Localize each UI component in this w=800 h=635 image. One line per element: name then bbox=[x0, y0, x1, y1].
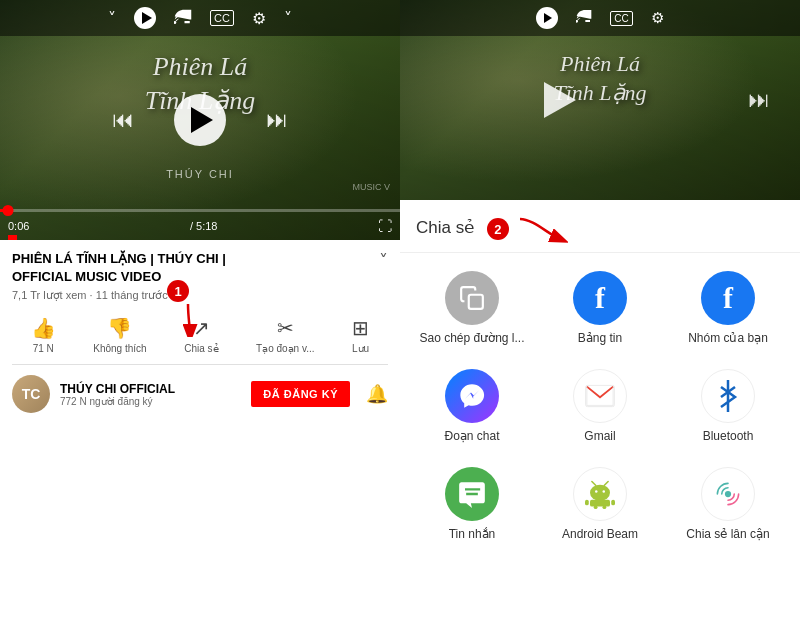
right-play-triangle bbox=[544, 82, 576, 118]
channel-name: THÚY CHI OFFICIAL bbox=[60, 382, 241, 396]
clip-label: Tạo đoạn v... bbox=[256, 343, 315, 354]
copy-link-icon bbox=[445, 271, 499, 325]
save-label: Lưu bbox=[352, 343, 369, 354]
info-area: PHIÊN LÁ TĨNH LẶNG | THÚY CHI | OFFICIAL… bbox=[0, 240, 400, 635]
svg-rect-0 bbox=[185, 21, 190, 23]
svg-point-11 bbox=[603, 490, 606, 493]
svg-line-13 bbox=[604, 482, 608, 486]
settings-icon[interactable]: ⚙ bbox=[252, 9, 266, 28]
channel-row: TC THÚY CHI OFFICIAL 772 N người đăng ký… bbox=[12, 365, 388, 413]
bell-icon[interactable]: 🔔 bbox=[366, 383, 388, 405]
sms-icon bbox=[445, 467, 499, 521]
dislike-button[interactable]: 👎 Không thích bbox=[93, 316, 146, 354]
nearby-label: Chia sẻ lân cận bbox=[686, 527, 769, 541]
share-label: Chia sẻ bbox=[184, 343, 218, 354]
subscribe-button[interactable]: ĐÃ ĐĂNG KÝ bbox=[251, 381, 350, 407]
bluetooth-label: Bluetooth bbox=[703, 429, 754, 443]
channel-subs: 772 N người đăng ký bbox=[60, 396, 241, 407]
share-sheet: Chia sẻ 2 S bbox=[400, 200, 800, 635]
video-title: PHIÊN LÁ TĨNH LẶNG | THÚY CHI | OFFICIAL… bbox=[12, 250, 371, 286]
svg-rect-16 bbox=[611, 500, 615, 506]
title-row: PHIÊN LÁ TĨNH LẶNG | THÚY CHI | OFFICIAL… bbox=[12, 250, 388, 286]
nearby-icon bbox=[701, 467, 755, 521]
share-button[interactable]: ↗ Chia sẻ bbox=[184, 316, 218, 354]
right-panel: CC ⚙ Phiên Lá Tĩnh Lặng ⏭ Chia sẻ 2 bbox=[400, 0, 800, 635]
svg-rect-14 bbox=[590, 500, 610, 507]
right-top-controls: CC ⚙ bbox=[400, 0, 800, 36]
facebook-label: Bảng tin bbox=[578, 331, 622, 345]
right-cast-icon[interactable] bbox=[576, 9, 592, 27]
video-player[interactable]: ˅ CC ⚙ ˅ Phiên Lá Tĩnh Lặng THÚY CHI MUS… bbox=[0, 0, 400, 240]
share-item-messenger[interactable]: Đoạn chat bbox=[408, 361, 536, 451]
annotation-2-arrow bbox=[518, 214, 568, 244]
svg-point-4 bbox=[576, 20, 578, 23]
total-time: / 5:18 bbox=[190, 220, 218, 232]
expand-icon[interactable]: ˅ bbox=[371, 250, 388, 272]
like-label: 71 N bbox=[33, 343, 54, 354]
fb-group-icon: f bbox=[701, 271, 755, 325]
svg-rect-18 bbox=[603, 505, 607, 509]
save-button[interactable]: ⊞ Lưu bbox=[352, 316, 369, 354]
fb-group-label: Nhóm của bạn bbox=[688, 331, 768, 345]
time-controls: 0:06 / 5:18 ⛶ bbox=[0, 218, 400, 234]
messenger-label: Đoạn chat bbox=[444, 429, 499, 443]
share-grid: Sao chép đường l... f Bảng tin f Nhóm củ… bbox=[400, 253, 800, 559]
prev-button[interactable]: ⏮ bbox=[112, 107, 134, 133]
artist-overlay-label: THÚY CHI bbox=[166, 168, 234, 180]
more-icon[interactable]: ˅ bbox=[284, 9, 292, 28]
like-button[interactable]: 👍 71 N bbox=[31, 316, 56, 354]
current-time: 0:06 bbox=[8, 220, 29, 232]
play-triangle-icon bbox=[191, 107, 213, 133]
right-overlay-title: Phiên Lá Tĩnh Lặng bbox=[400, 50, 800, 107]
svg-rect-17 bbox=[594, 505, 598, 509]
share-icon: ↗ bbox=[193, 316, 210, 340]
svg-point-19 bbox=[725, 491, 731, 497]
top-controls-bar: ˅ CC ⚙ ˅ bbox=[0, 0, 400, 36]
play-toggle-icon[interactable] bbox=[134, 7, 156, 29]
fullscreen-button[interactable]: ⛶ bbox=[378, 218, 392, 234]
share-item-fb-group[interactable]: f Nhóm của bạn bbox=[664, 263, 792, 353]
share-header: Chia sẻ 2 bbox=[400, 200, 800, 253]
clip-button[interactable]: ✂ Tạo đoạn v... bbox=[256, 316, 315, 354]
right-next-icon[interactable]: ⏭ bbox=[748, 87, 770, 113]
video-meta: 7,1 Tr lượt xem · 11 tháng trước bbox=[12, 289, 388, 302]
dislike-icon: 👎 bbox=[107, 316, 132, 340]
svg-rect-15 bbox=[585, 500, 589, 506]
cc-icon[interactable]: CC bbox=[210, 10, 234, 26]
channel-avatar[interactable]: TC bbox=[12, 375, 50, 413]
android-beam-icon bbox=[573, 467, 627, 521]
next-button[interactable]: ⏭ bbox=[266, 107, 288, 133]
svg-rect-6 bbox=[469, 295, 483, 309]
play-controls: ⏮ ⏭ bbox=[112, 94, 288, 146]
play-button[interactable] bbox=[174, 94, 226, 146]
right-cc-icon[interactable]: CC bbox=[610, 11, 632, 26]
svg-rect-3 bbox=[586, 20, 591, 22]
share-item-gmail[interactable]: Gmail bbox=[536, 361, 664, 451]
progress-dot bbox=[3, 205, 14, 216]
android-beam-label: Android Beam bbox=[562, 527, 638, 541]
share-item-android-beam[interactable]: Android Beam bbox=[536, 459, 664, 549]
cast-icon[interactable] bbox=[174, 9, 192, 28]
right-settings-icon[interactable]: ⚙ bbox=[651, 9, 664, 27]
right-play-toggle-icon[interactable] bbox=[536, 7, 558, 29]
facebook-icon: f bbox=[573, 271, 627, 325]
messenger-icon bbox=[445, 369, 499, 423]
progress-bar[interactable] bbox=[0, 209, 400, 212]
like-icon: 👍 bbox=[31, 316, 56, 340]
share-item-sms[interactable]: Tin nhắn bbox=[408, 459, 536, 549]
share-item-facebook[interactable]: f Bảng tin bbox=[536, 263, 664, 353]
music-v-label: MUSIC V bbox=[352, 182, 390, 192]
share-item-bluetooth[interactable]: Bluetooth bbox=[664, 361, 792, 451]
share-item-nearby[interactable]: Chia sẻ lân cận bbox=[664, 459, 792, 549]
share-item-copy-link[interactable]: Sao chép đường l... bbox=[408, 263, 536, 353]
gmail-icon bbox=[573, 369, 627, 423]
clip-icon: ✂ bbox=[277, 316, 294, 340]
copy-link-label: Sao chép đường l... bbox=[419, 331, 524, 345]
svg-point-9 bbox=[590, 485, 610, 501]
dislike-label: Không thích bbox=[93, 343, 146, 354]
svg-point-10 bbox=[595, 490, 598, 493]
bluetooth-icon bbox=[701, 369, 755, 423]
right-video-thumbnail[interactable]: CC ⚙ Phiên Lá Tĩnh Lặng ⏭ bbox=[400, 0, 800, 200]
chevron-down-icon[interactable]: ˅ bbox=[108, 9, 116, 28]
channel-info: THÚY CHI OFFICIAL 772 N người đăng ký bbox=[60, 382, 241, 407]
